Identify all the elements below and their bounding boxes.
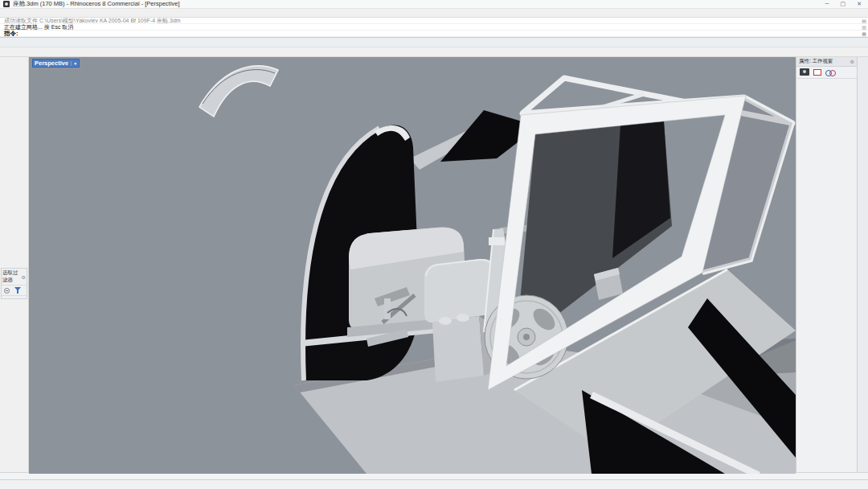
toolbar-tab-row	[0, 38, 868, 47]
command-history-line-2: 正在建立网格... 按 Esc 取消	[0, 24, 868, 31]
properties-gear-icon[interactable]: ⚙	[850, 59, 854, 64]
filter-list	[2, 296, 27, 298]
status-bar	[0, 479, 868, 489]
viewport-title-chip[interactable]: Perspective ▼	[32, 59, 80, 68]
command-prompt[interactable]: 指令:	[0, 31, 868, 37]
curve-tools-toolbar	[0, 47, 868, 57]
properties-panel: 属性: 工作视窗 ⚙	[796, 57, 857, 472]
close-button[interactable]: ✕	[857, 1, 862, 7]
material-properties-tab-icon[interactable]	[825, 69, 835, 76]
app-icon	[3, 1, 10, 7]
command-area: 成功读取文件 C:\Users\模型\Yakovlev KA 2005-04 B…	[0, 17, 868, 38]
filter-gear-icon[interactable]: ⚙	[22, 274, 26, 280]
command-expand-icon[interactable]: ▦	[862, 31, 866, 37]
main-area: 选取过滤器 ⚙	[0, 57, 868, 472]
command-popup-icon[interactable]: ▤	[862, 18, 866, 24]
command-history-line-1: 成功读取文件 C:\Users\模型\Yakovlev KA 2005-04 B…	[0, 18, 868, 24]
viewport-canvas[interactable]	[29, 57, 796, 474]
minimize-button[interactable]: ─	[825, 1, 829, 7]
filter-panel-tabs	[2, 286, 27, 296]
perspective-viewport[interactable]: Perspective ▼	[29, 57, 796, 472]
main-tool-palette	[0, 57, 28, 59]
object-properties-tab-icon[interactable]	[813, 69, 821, 76]
window-title: 座舱.3dm (170 MB) - Rhinoceros 8 Commercia…	[13, 0, 825, 8]
viewport-title: Perspective	[35, 60, 68, 67]
filter-panel-title: 选取过滤器	[2, 269, 22, 284]
restore-button[interactable]: ▢	[841, 1, 846, 7]
title-bar: 座舱.3dm (170 MB) - Rhinoceros 8 Commercia…	[0, 0, 868, 9]
rhino-window: 座舱.3dm (170 MB) - Rhinoceros 8 Commercia…	[0, 0, 868, 489]
filter-objects-tab-icon[interactable]	[4, 288, 10, 294]
viewport-menu-arrow-icon[interactable]: ▼	[71, 61, 77, 66]
command-area-icons: ▤ ▥ ▦	[862, 18, 866, 37]
properties-tab-row	[796, 67, 857, 79]
filter-funnel-icon[interactable]	[14, 287, 21, 294]
properties-panel-title: 属性: 工作视窗	[799, 58, 833, 65]
selection-filter-panel: 选取过滤器 ⚙	[1, 268, 27, 299]
panel-tab-strip	[857, 57, 868, 472]
left-sidebar: 选取过滤器 ⚙	[0, 57, 29, 472]
viewport-properties-tab-icon[interactable]	[800, 68, 809, 76]
command-list-icon[interactable]: ▥	[862, 25, 866, 31]
menu-bar	[0, 9, 868, 17]
window-controls: ─ ▢ ✕	[825, 1, 862, 7]
